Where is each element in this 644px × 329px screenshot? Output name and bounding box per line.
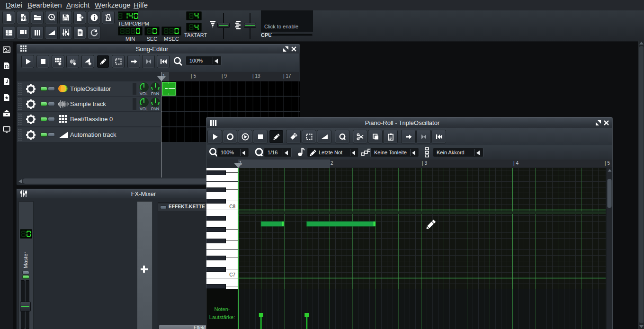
svg-text:C7: C7 [229,272,235,277]
svg-text:C8: C8 [229,204,235,209]
svg-text:Lautstärke:: Lautstärke: [209,314,235,320]
svg-text:Noten-: Noten- [214,306,230,312]
